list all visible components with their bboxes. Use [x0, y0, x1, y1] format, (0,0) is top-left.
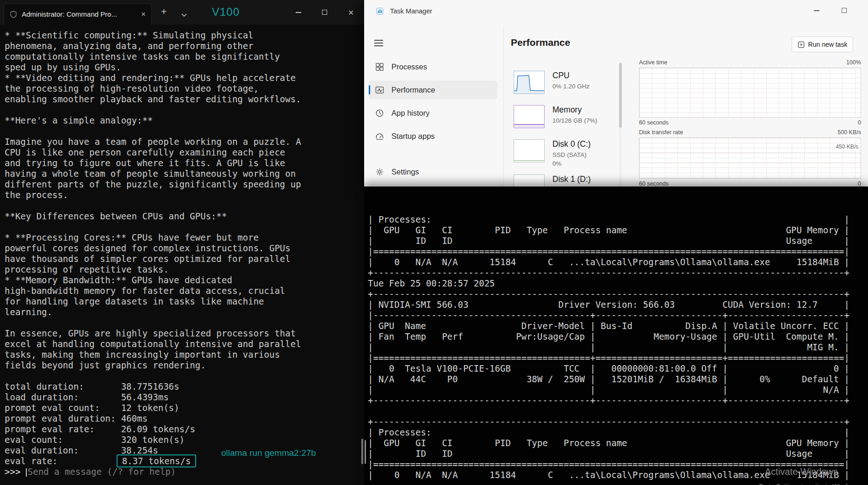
- text-cursor: [26, 468, 27, 477]
- minimize-button[interactable]: [285, 0, 311, 25]
- metric-memory[interactable]: Memory 10/128 GB (7%): [514, 105, 597, 128]
- stat-value: 26.09 tokens/s: [121, 424, 195, 434]
- terminal-stat-line: prompt eval count: 12 token(s): [5, 403, 364, 413]
- graph2-min: 0: [858, 180, 861, 187]
- terminal-window-left: Administrator: Command Pro... × + × * **…: [0, 0, 364, 485]
- sidebar-label: App history: [391, 109, 430, 118]
- metric-cpu[interactable]: CPU 0% 1.20 GHz: [514, 71, 589, 94]
- taskmgr-titlebar[interactable]: Task Manager: [364, 0, 868, 22]
- terminal-text-line: high-bandwidth memory for faster data ac…: [5, 286, 364, 296]
- metric-title: Memory: [552, 105, 597, 115]
- metric-title: CPU: [552, 71, 589, 81]
- graph2-max: 500 KB/s: [837, 129, 861, 136]
- processes-icon: [375, 62, 384, 71]
- prompt-prefix: >>>: [5, 466, 26, 477]
- disk0-thumbnail-graph: [514, 139, 545, 162]
- terminal-text-line: sped up by using GPUs.: [5, 62, 364, 73]
- sidebar-item-performance[interactable]: Performance: [369, 81, 497, 99]
- sidebar-item-startup-apps[interactable]: Startup apps: [369, 127, 497, 145]
- nvidia-smi-line: +---------------------------------------…: [368, 267, 868, 278]
- tab-dropdown-chevron-icon[interactable]: [181, 11, 187, 19]
- terminal-text-line: fields beyond just graphics rendering.: [5, 360, 364, 371]
- taskmgr-maximize-button[interactable]: [842, 8, 847, 13]
- terminal-text-line: [5, 317, 364, 328]
- sidebar-label: Settings: [391, 168, 419, 176]
- sidebar-label: Startup apps: [391, 132, 435, 141]
- maximize-button[interactable]: [311, 0, 338, 25]
- terminal-text-line: and trying to figure out where it fits. …: [5, 158, 364, 168]
- terminal-text-line: In essence, GPUs are highly specialized …: [5, 328, 364, 339]
- metric-disk1[interactable]: Disk 1 (D:): [514, 174, 591, 187]
- nvidia-smi-output: | Processes: || GPU GI CI PID Type Proce…: [368, 214, 868, 480]
- nvidia-smi-line: | 0 N/A N/A 15184 C ...ta\Local\Programs…: [368, 257, 868, 267]
- nvidia-smi-line: |=======================================…: [368, 246, 868, 257]
- metric-subtitle-2: 0%: [552, 159, 591, 168]
- tab-close-icon[interactable]: ×: [141, 10, 146, 18]
- page-title: Performance: [511, 37, 570, 48]
- terminal-text-line: CPU is like one person carefully examini…: [5, 147, 364, 158]
- stat-value: 460ms: [121, 413, 148, 423]
- sidebar-item-processes[interactable]: Processes: [369, 57, 497, 76]
- eval-rate-highlight-box: 8.37 tokens/s: [117, 454, 197, 467]
- graph1-max: 100%: [846, 59, 861, 66]
- taskmgr-window-title: Task Manager: [390, 7, 432, 15]
- graph1-header: Active time 100%: [639, 59, 861, 66]
- metric-disk0[interactable]: Disk 0 (C:) SSD (SATA) 0%: [514, 139, 591, 168]
- terminal-text-line: for handling large datasets in tasks lik…: [5, 296, 364, 307]
- terminal-text-line: **Key Differences between CPUs and GPUs:…: [5, 211, 364, 222]
- nvidia-smi-line: [368, 406, 868, 417]
- terminal-text-line: [5, 105, 364, 115]
- nvidia-smi-line: | GPU GI CI PID Type Process name GPU Me…: [368, 438, 868, 448]
- settings-gear-icon: [375, 168, 384, 176]
- stat-value: 38.7751636s: [121, 381, 180, 392]
- nvidia-smi-line: | NVIDIA-SMI 566.03 Driver Version: 566.…: [368, 299, 868, 310]
- run-new-task-button[interactable]: Run new task: [792, 37, 853, 52]
- disk-transfer-rate-graph: 450 KB/s: [639, 137, 861, 179]
- terminal-text-line: * **Video editing and rendering:** GPUs …: [5, 73, 364, 83]
- terminal-text-line: tasks, making them increasingly importan…: [5, 349, 364, 360]
- nvidia-smi-line: Tue Feb 25 00:28:57 2025: [368, 278, 868, 289]
- terminal-text-line: powerful cores designed for complex inst…: [5, 243, 364, 254]
- selected-indicator: [369, 85, 370, 94]
- nvidia-smi-line: +---------------------------------------…: [368, 417, 868, 427]
- metrics-scrollbar-thumb[interactable]: [619, 63, 622, 128]
- nvidia-smi-line: | ID ID Usage |: [368, 448, 868, 459]
- nvidia-smi-line: | | | MIG M. |: [368, 342, 868, 353]
- metrics-scrollbar[interactable]: [619, 62, 622, 187]
- terminal-text-line: enabling smoother playback and faster ed…: [5, 94, 364, 105]
- graph2-label: Disk transfer rate: [639, 129, 683, 136]
- sidebar-item-app-history[interactable]: App history: [369, 104, 497, 122]
- performance-icon: [375, 86, 384, 94]
- terminal-prompt-line[interactable]: >>> Send a message (/? for help): [5, 466, 364, 477]
- graph2-header: Disk transfer rate 500 KB/s: [639, 129, 861, 136]
- bottom-terminal-scrollbar[interactable]: [365, 440, 366, 464]
- hamburger-menu-icon[interactable]: [374, 40, 383, 46]
- terminal-scrollbar[interactable]: [361, 439, 363, 464]
- terminal-text-line: phenomena, analyzing data, and performin…: [5, 41, 364, 51]
- metric-subtitle: SSD (SATA): [552, 150, 591, 159]
- taskmgr-minimize-button[interactable]: [814, 10, 819, 11]
- graph1-min: 0: [858, 119, 861, 126]
- disk1-thumbnail-graph: [514, 174, 545, 187]
- terminal-titlebar[interactable]: Administrator: Command Pro... × + ×: [0, 0, 364, 25]
- new-tab-button[interactable]: +: [161, 6, 167, 16]
- nvidia-smi-line: | Fan Temp Perf Pwr:Usage/Cap | Memory-U…: [368, 331, 868, 342]
- close-button[interactable]: ×: [338, 0, 364, 25]
- cpu-thumbnail-graph: [514, 71, 545, 94]
- sidebar-item-settings[interactable]: Settings: [369, 162, 497, 181]
- sidebar-divider: [503, 27, 504, 187]
- terminal-output: * **Scientific computing:** Simulating p…: [0, 25, 364, 485]
- nvidia-smi-line: +---------------------------------------…: [368, 289, 868, 299]
- nvidia-smi-line: | | | N/A |: [368, 385, 868, 395]
- annotation-v100: V100: [212, 6, 240, 19]
- memory-thumbnail-graph: [514, 105, 545, 128]
- nvidia-smi-line: | ID ID Usage |: [368, 236, 868, 246]
- run-new-task-label: Run new task: [808, 41, 848, 48]
- terminal-text-line: computationally intensive tasks can be s…: [5, 51, 364, 62]
- minimize-icon: [296, 12, 301, 13]
- terminal-stat-line: total duration: 38.7751636s: [5, 381, 364, 392]
- terminal-text-line: the processing of high-resolution video …: [5, 83, 364, 94]
- graph2-xlabel: 60 seconds: [639, 180, 669, 187]
- nvidia-smi-line: | GPU GI CI PID Type Process name GPU Me…: [368, 225, 868, 236]
- terminal-tab[interactable]: Administrator: Command Pro... ×: [4, 3, 152, 25]
